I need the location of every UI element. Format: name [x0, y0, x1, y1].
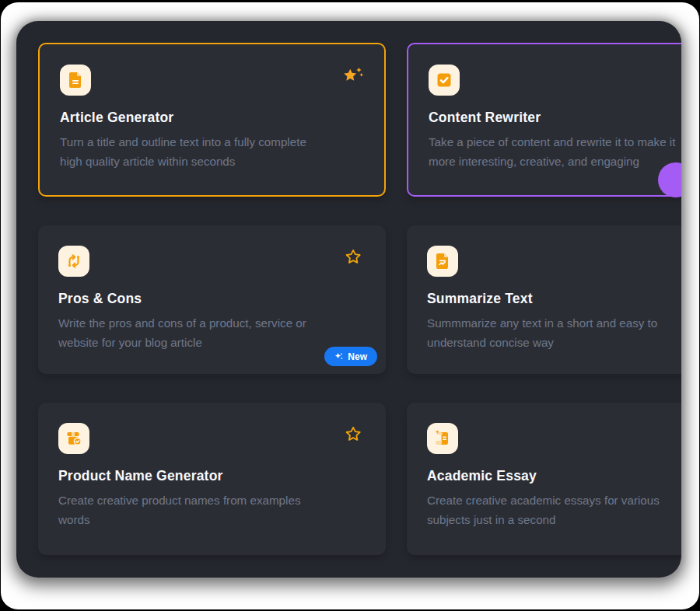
card-title: Content Rewriter [429, 110, 681, 126]
tool-card-academic-essay[interactable]: Academic Essay Create creative academic … [407, 403, 681, 555]
card-header [427, 423, 681, 454]
card-description: Create creative product names from examp… [58, 491, 366, 529]
card-description: Turn a title and outline text into a ful… [60, 133, 364, 171]
card-description: Take a piece of content and rewrite it t… [429, 133, 681, 171]
tool-card-article-generator[interactable]: Article Generator Turn a title and outli… [38, 43, 386, 197]
card-title: Pros & Cons [58, 291, 366, 307]
checkbox-icon [429, 65, 460, 96]
package-check-icon [58, 423, 89, 454]
tools-panel: Article Generator Turn a title and outli… [16, 21, 681, 578]
card-description: Write the pros and cons of a product, se… [58, 314, 366, 352]
swap-arrows-icon [58, 246, 89, 277]
sparkle-icon [334, 352, 343, 361]
card-title: Product Name Generator [58, 468, 366, 484]
tool-card-content-rewriter[interactable]: Content Rewriter Take a piece of content… [407, 43, 681, 197]
card-title: Summarize Text [427, 291, 681, 307]
card-title: Article Generator [60, 110, 364, 126]
new-badge: New [324, 347, 377, 366]
favorite-star-outline-icon[interactable] [344, 424, 366, 445]
card-description: Create creative academic essays for vari… [427, 491, 681, 529]
card-header [58, 246, 366, 277]
card-header [427, 246, 681, 277]
favorite-star-icon[interactable] [342, 66, 364, 86]
card-header [429, 65, 681, 96]
favorite-star-outline-icon[interactable] [344, 247, 366, 267]
card-header [58, 423, 366, 454]
document-icon [60, 65, 91, 96]
scroll-icon [427, 423, 458, 454]
tool-card-summarize-text[interactable]: Summarize Text Summmarize any text in a … [407, 225, 681, 374]
card-description: Summmarize any text in a short and easy … [427, 314, 681, 352]
tool-card-grid: Article Generator Turn a title and outli… [38, 43, 681, 555]
tool-card-pros-and-cons[interactable]: Pros & Cons Write the pros and cons of a… [38, 225, 386, 374]
card-header [60, 65, 364, 96]
card-title: Academic Essay [427, 468, 681, 484]
tool-card-product-name-generator[interactable]: Product Name Generator Create creative p… [38, 403, 386, 555]
page-background: Article Generator Turn a title and outli… [1, 2, 699, 609]
summary-document-icon [427, 246, 458, 277]
new-badge-label: New [348, 351, 367, 362]
